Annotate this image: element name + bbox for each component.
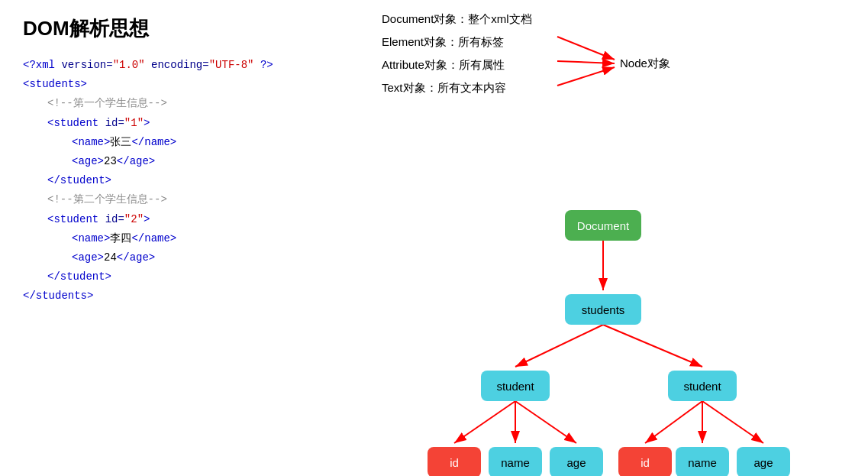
node-students: students xyxy=(565,294,641,325)
code-line-13: </students> xyxy=(23,287,344,306)
info-line-2: Element对象：所有标签 xyxy=(382,31,853,53)
node-student1: student xyxy=(481,371,550,401)
info-line-1: Document对象：整个xml文档 xyxy=(382,8,853,31)
main-container: DOM解析思想 <?xml version="1.0" encoding="UT… xyxy=(0,0,868,476)
code-span: <?xml xyxy=(23,59,61,71)
svg-line-11 xyxy=(515,401,576,443)
node-document: Document xyxy=(565,210,641,241)
node-age2: age xyxy=(737,447,790,476)
tree-diagram: Document students student student id nam… xyxy=(382,206,853,476)
code-line-3: <!--第一个学生信息--> xyxy=(23,94,344,113)
info-section: Document对象：整个xml文档 Element对象：所有标签 Attrib… xyxy=(382,8,853,199)
svg-line-14 xyxy=(702,401,763,443)
code-block: <?xml version="1.0" encoding="UTF-8" ?> … xyxy=(23,56,344,306)
tree-svg xyxy=(382,206,853,476)
info-line-3: Attribute对象：所有属性 xyxy=(382,53,853,76)
info-list: Document对象：整个xml文档 Element对象：所有标签 Attrib… xyxy=(382,8,853,99)
section-title: DOM解析思想 xyxy=(23,15,344,42)
node-id2: id xyxy=(618,447,672,476)
code-line-10: <name>李四</name> xyxy=(23,229,344,248)
svg-line-8 xyxy=(603,325,702,367)
node-student2: student xyxy=(668,371,737,401)
code-line-6: <age>23</age> xyxy=(23,152,344,171)
left-panel: DOM解析思想 <?xml version="1.0" encoding="UT… xyxy=(0,0,366,476)
code-line-2: <students> xyxy=(23,75,344,94)
code-line-12: </student> xyxy=(23,267,344,287)
node-age1: age xyxy=(550,447,603,476)
code-line-7: </student> xyxy=(23,171,344,190)
svg-line-12 xyxy=(645,401,702,443)
code-line-5: <name>张三</name> xyxy=(23,133,344,152)
code-line-9: <student id="2"> xyxy=(23,210,344,229)
code-line-11: <age>24</age> xyxy=(23,248,344,267)
svg-line-9 xyxy=(454,401,515,443)
info-spacer xyxy=(382,99,853,199)
node-name2: name xyxy=(676,447,729,476)
code-line-4: <student id="1"> xyxy=(23,114,344,133)
right-panel: Document对象：整个xml文档 Element对象：所有标签 Attrib… xyxy=(366,0,868,476)
node-name1: name xyxy=(489,447,542,476)
svg-line-7 xyxy=(515,325,603,367)
code-line-8: <!--第二个学生信息--> xyxy=(23,190,344,209)
code-line-1: <?xml version="1.0" encoding="UTF-8" ?> xyxy=(23,56,344,75)
node-id1: id xyxy=(428,447,481,476)
info-line-4: Text对象：所有文本内容 xyxy=(382,76,853,99)
